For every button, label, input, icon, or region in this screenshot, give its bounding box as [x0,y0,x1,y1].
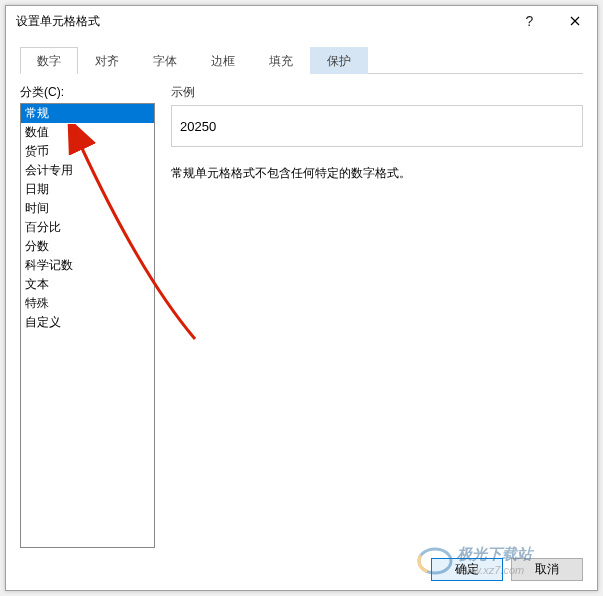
dialog-title: 设置单元格格式 [16,13,507,30]
list-item[interactable]: 百分比 [21,218,154,237]
ok-button[interactable]: 确定 [431,558,503,581]
sample-label: 示例 [171,84,583,101]
list-item[interactable]: 分数 [21,237,154,256]
list-item[interactable]: 文本 [21,275,154,294]
cancel-button[interactable]: 取消 [511,558,583,581]
titlebar: 设置单元格格式 ? [6,6,597,36]
close-icon [570,16,580,26]
dialog-content: 数字 对齐 字体 边框 填充 保护 分类(C): 常规 数值 货币 会计专用 日… [6,36,597,548]
tab-fill[interactable]: 填充 [252,47,310,74]
tab-number[interactable]: 数字 [20,47,78,74]
format-description: 常规单元格格式不包含任何特定的数字格式。 [171,165,583,182]
category-panel: 分类(C): 常规 数值 货币 会计专用 日期 时间 百分比 分数 科学记数 文… [20,84,155,548]
sample-value: 20250 [180,119,216,134]
list-item[interactable]: 会计专用 [21,161,154,180]
list-item[interactable]: 时间 [21,199,154,218]
list-item[interactable]: 自定义 [21,313,154,332]
list-item[interactable]: 常规 [21,104,154,123]
list-item[interactable]: 特殊 [21,294,154,313]
list-item[interactable]: 数值 [21,123,154,142]
detail-panel: 示例 20250 常规单元格格式不包含任何特定的数字格式。 [155,84,583,548]
close-button[interactable] [552,7,597,36]
tab-protection[interactable]: 保护 [310,47,368,74]
dialog-footer: 确定 取消 [6,548,597,590]
list-item[interactable]: 日期 [21,180,154,199]
sample-group: 示例 20250 [171,84,583,147]
tab-body: 分类(C): 常规 数值 货币 会计专用 日期 时间 百分比 分数 科学记数 文… [20,74,583,548]
tab-alignment[interactable]: 对齐 [78,47,136,74]
sample-value-box: 20250 [171,105,583,147]
tab-font[interactable]: 字体 [136,47,194,74]
list-item[interactable]: 货币 [21,142,154,161]
tab-bar: 数字 对齐 字体 边框 填充 保护 [20,46,583,74]
category-listbox[interactable]: 常规 数值 货币 会计专用 日期 时间 百分比 分数 科学记数 文本 特殊 自定… [20,103,155,548]
list-item[interactable]: 科学记数 [21,256,154,275]
category-label: 分类(C): [20,84,155,101]
help-button[interactable]: ? [507,7,552,36]
tab-border[interactable]: 边框 [194,47,252,74]
dialog-window: 设置单元格格式 ? 数字 对齐 字体 边框 填充 保护 分类(C): 常规 数值… [5,5,598,591]
